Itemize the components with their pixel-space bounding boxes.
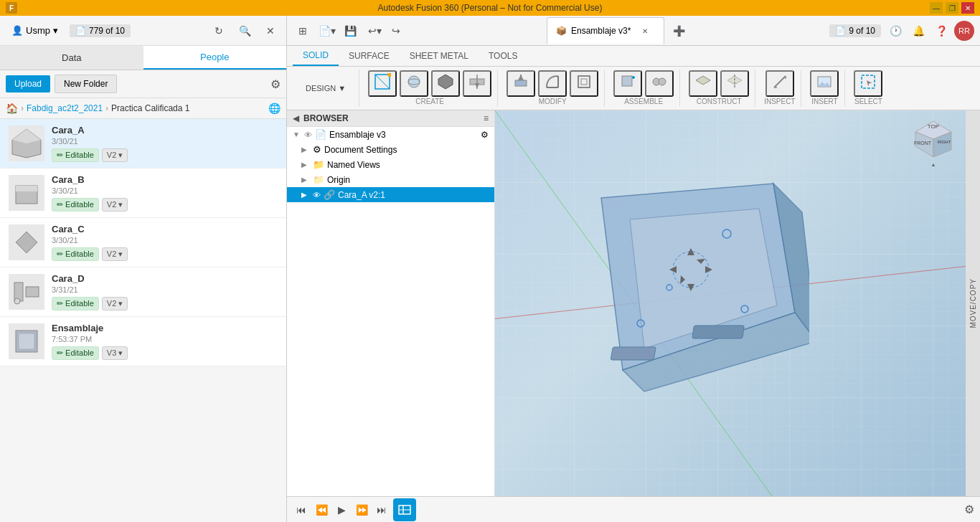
settings-circle-icon[interactable]: ⚙ xyxy=(481,130,489,140)
doc-buttons: 📄▾ 💾 xyxy=(317,21,360,41)
browser-collapse-button[interactable]: ◀ xyxy=(293,113,299,123)
ribbon-tab-sheet-metal[interactable]: SHEET METAL xyxy=(400,46,479,66)
grid-menu-button[interactable]: ⊞ xyxy=(293,21,313,41)
expand-arrow-icon: ▶ xyxy=(301,176,310,184)
right-topbar: ⊞ 📄▾ 💾 ↩▾ ↪ 📦 Ensamblaje v3* ✕ ➕ 📄 9 of … xyxy=(287,16,980,46)
modify-label: MODIFY xyxy=(539,98,567,107)
home-icon[interactable]: 🏠 xyxy=(6,103,18,114)
editable-badge: ✏ Editable xyxy=(52,346,99,360)
doc-tab-label: Ensamblaje v3* xyxy=(571,26,631,36)
browser-menu-button[interactable]: ≡ xyxy=(484,113,489,123)
refresh-button[interactable]: ↻ xyxy=(209,21,229,41)
search-button[interactable]: 🔍 xyxy=(235,21,255,41)
file-badge: ✏ Editable V3 ▾ xyxy=(52,346,278,360)
save-button[interactable]: 💾 xyxy=(340,21,360,41)
file-name: Cara_D xyxy=(52,273,278,284)
new-folder-button[interactable]: New Folder xyxy=(55,75,117,93)
move-copy-label[interactable]: MOVE/COPY xyxy=(969,278,977,328)
browser-item-root[interactable]: ▼ 👁 📄 Ensamblaje v3 ⚙ xyxy=(287,127,494,142)
undo-redo-group: ↩▾ ↪ xyxy=(364,21,406,41)
play-button[interactable]: ▶ xyxy=(333,501,350,518)
breadcrumb-item-1[interactable]: Fabdig_ac2t2_2021 xyxy=(27,103,103,113)
svg-marker-4 xyxy=(16,232,37,253)
main-layout: 👤 Usmp ▾ 📄 779 of 10 ↻ 🔍 ✕ Data People U… xyxy=(0,16,980,522)
inspect-label: INSPECT xyxy=(764,98,795,107)
joint-button[interactable] xyxy=(645,70,674,97)
new-tab-button[interactable]: ➕ xyxy=(669,21,689,41)
create-label: CREATE xyxy=(415,98,444,107)
browser-item-cara-a[interactable]: ▶ 👁 🔗 Cara_A v2:1 xyxy=(287,187,494,202)
ribbon-tab-tools[interactable]: TOOLS xyxy=(479,46,527,66)
new-doc-button[interactable]: 📄▾ xyxy=(317,21,337,41)
right-area: ⊞ 📄▾ 💾 ↩▾ ↪ 📦 Ensamblaje v3* ✕ ➕ 📄 9 of … xyxy=(287,16,980,522)
create-form-button[interactable] xyxy=(400,70,428,97)
ribbon-group-inspect: INSPECT xyxy=(758,70,801,107)
playback-settings-button[interactable]: ⚙ xyxy=(964,503,974,516)
close-button[interactable]: ✕ xyxy=(961,2,974,14)
create-sketch-button[interactable] xyxy=(368,70,397,97)
undo-button[interactable]: ↩▾ xyxy=(364,21,385,41)
version-badge[interactable]: V2 ▾ xyxy=(102,247,128,261)
create-more-button[interactable] xyxy=(463,70,491,97)
modify-fillet-button[interactable] xyxy=(538,70,567,97)
left-tabs: Data People xyxy=(0,46,286,70)
counter-icon: 📄 xyxy=(75,26,86,36)
step-back-button[interactable]: ⏪ xyxy=(313,501,330,518)
user-menu-button[interactable]: 👤 Usmp ▾ xyxy=(6,22,64,39)
new-component-button[interactable] xyxy=(613,70,642,97)
viewport: ◀ BROWSER ≡ ▼ 👁 📄 Ensamblaje v3 ⚙ ▶ ⚙ Do… xyxy=(287,110,980,496)
user-avatar[interactable]: RR xyxy=(954,21,974,41)
step-forward-button[interactable]: ⏩ xyxy=(353,501,370,518)
select-button[interactable] xyxy=(854,70,882,97)
step-start-button[interactable]: ⏮ xyxy=(293,501,310,518)
browser-item-named-views[interactable]: ▶ 📁 Named Views xyxy=(287,157,494,172)
svg-marker-31 xyxy=(696,76,710,85)
eye-icon[interactable]: 👁 xyxy=(304,130,312,139)
view-cube[interactable]: TOP FRONT RIGHT ▲ xyxy=(908,118,958,168)
timeline-icon[interactable] xyxy=(393,498,416,521)
browser-item-origin[interactable]: ▶ 📁 Origin xyxy=(287,172,494,187)
browser-item-doc-settings[interactable]: ▶ ⚙ Document Settings xyxy=(287,142,494,157)
list-item[interactable]: Cara_D 3/31/21 ✏ Editable V2 ▾ xyxy=(0,267,286,317)
measure-button[interactable] xyxy=(765,70,794,97)
ribbon-tab-surface[interactable]: SURFACE xyxy=(339,46,400,66)
insert-image-button[interactable] xyxy=(810,70,839,97)
help-button[interactable]: ❓ xyxy=(931,21,951,41)
list-item[interactable]: Ensamblaje 7:53:37 PM ✏ Editable V3 ▾ xyxy=(0,317,286,366)
redo-button[interactable]: ↪ xyxy=(386,21,406,41)
construct-axis-button[interactable] xyxy=(720,70,749,97)
create-solid-button[interactable] xyxy=(431,70,460,97)
modify-press-pull-button[interactable] xyxy=(507,70,535,97)
globe-icon[interactable]: 🌐 xyxy=(268,103,281,114)
version-badge[interactable]: V2 ▾ xyxy=(102,148,128,162)
assemble-buttons xyxy=(613,70,674,98)
minimize-button[interactable]: — xyxy=(930,2,943,14)
version-badge[interactable]: V2 ▾ xyxy=(102,297,128,310)
construct-plane-button[interactable] xyxy=(689,70,717,97)
step-end-button[interactable]: ⏭ xyxy=(373,501,390,518)
tab-data[interactable]: Data xyxy=(0,46,143,70)
list-item[interactable]: Cara_A 3/30/21 ✏ Editable V2 ▾ xyxy=(0,119,286,169)
restore-button[interactable]: ❐ xyxy=(946,2,958,14)
ribbon-tab-solid[interactable]: SOLID xyxy=(293,46,339,66)
svg-rect-51 xyxy=(692,326,745,338)
eye-icon[interactable]: 👁 xyxy=(313,191,321,199)
modify-shell-button[interactable] xyxy=(570,70,598,97)
list-item[interactable]: Cara_C 3/30/21 ✏ Editable V2 ▾ xyxy=(0,218,286,267)
close-panel-button[interactable]: ✕ xyxy=(260,21,281,41)
close-tab-button[interactable]: ✕ xyxy=(635,21,655,41)
list-item[interactable]: Cara_B 3/30/21 ✏ Editable V2 ▾ xyxy=(0,169,286,218)
history-button[interactable]: 🕐 xyxy=(885,21,905,41)
document-tab[interactable]: 📦 Ensamblaje v3* ✕ xyxy=(547,17,664,44)
version-badge[interactable]: V2 ▾ xyxy=(102,198,128,212)
upload-button[interactable]: Upload xyxy=(6,75,50,92)
username-label: Usmp xyxy=(26,25,50,36)
notification-button[interactable]: 🔔 xyxy=(908,21,928,41)
file-info: Cara_B 3/30/21 ✏ Editable V2 ▾ xyxy=(52,174,278,212)
editable-badge: ✏ Editable xyxy=(52,198,99,212)
ribbon-tabs: SOLID SURFACE SHEET METAL TOOLS xyxy=(287,46,980,67)
design-button[interactable]: DESIGN ▼ xyxy=(298,81,353,95)
settings-icon[interactable]: ⚙ xyxy=(270,77,281,91)
tab-people[interactable]: People xyxy=(143,46,287,70)
version-badge[interactable]: V3 ▾ xyxy=(102,346,128,360)
